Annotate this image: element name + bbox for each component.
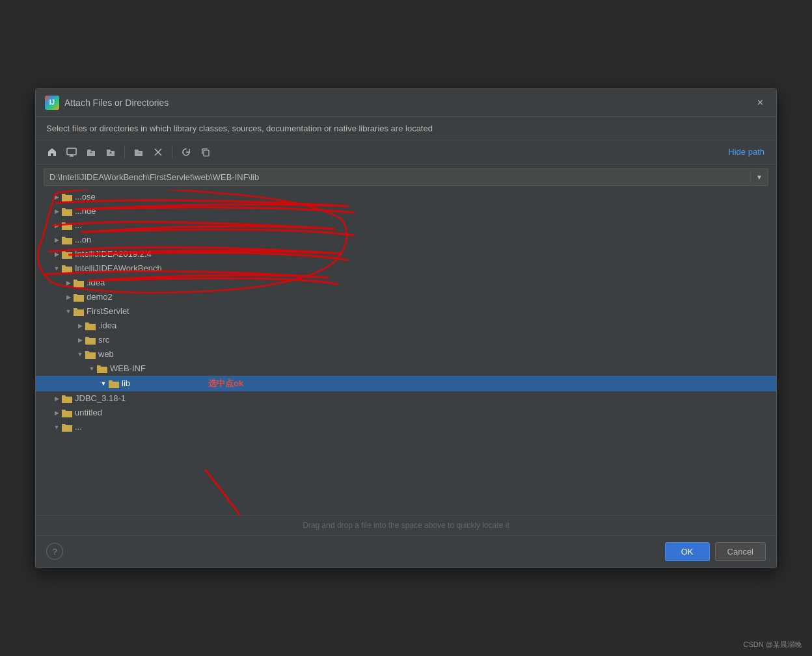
- item-label: ...on: [75, 235, 91, 244]
- folder-icon: [62, 220, 72, 231]
- folder-up-button[interactable]: [102, 144, 119, 160]
- dialog-title: Attach Files or Directories: [64, 98, 169, 108]
- watermark: CSDN @某晨溺晚: [744, 640, 802, 649]
- tree-item-scribbled-1[interactable]: ▶ ...ose: [36, 190, 776, 204]
- expand-icon: ▶: [63, 278, 74, 288]
- tree-item-demo2[interactable]: ▶ demo2: [36, 290, 776, 304]
- copy-path-button[interactable]: [197, 144, 214, 160]
- title-bar-left: IJ Attach Files or Directories: [45, 96, 169, 110]
- path-dropdown-button[interactable]: ▼: [750, 171, 768, 183]
- folder-icon: [109, 378, 119, 389]
- refresh-button[interactable]: [178, 144, 195, 160]
- folder-icon: [85, 349, 96, 360]
- bottom-bar: ? OK Cancel: [36, 535, 776, 568]
- expand-icon: ▼: [51, 263, 62, 274]
- folder-icon: [62, 206, 72, 216]
- tree-item-lib[interactable]: ▼ lib 选中点ok: [36, 376, 776, 391]
- expand-icon: ▼: [98, 378, 109, 389]
- ok-button[interactable]: OK: [665, 542, 710, 561]
- folder-icon: [62, 192, 72, 202]
- delete-button[interactable]: [150, 144, 167, 160]
- item-label: IntelliJIDEA2019.2.4: [75, 249, 152, 259]
- expand-icon: ▼: [75, 349, 85, 360]
- folder-icon: [62, 408, 72, 418]
- toolbar: + →: [36, 140, 776, 164]
- folder-icon: [62, 393, 72, 404]
- path-bar: ▼: [44, 168, 768, 186]
- item-label: web: [98, 349, 114, 359]
- expand-icon: ▶: [75, 335, 85, 345]
- item-label: demo2: [87, 292, 113, 302]
- folder-icon: [62, 263, 72, 274]
- expand-icon: ▶: [51, 393, 62, 404]
- svg-rect-7: [204, 150, 209, 156]
- help-button[interactable]: ?: [46, 543, 63, 560]
- item-label: WEB-INF: [110, 363, 146, 373]
- item-label: ...ose: [75, 192, 96, 202]
- tree-item-scribbled-3[interactable]: ▶ ...: [36, 218, 776, 233]
- item-label: .idea: [98, 321, 116, 330]
- tree-item-firstservlet[interactable]: ▼ FirstServlet: [36, 304, 776, 319]
- folder-icon: [85, 335, 96, 345]
- tree-item-scribbled-2[interactable]: ▶ ...nde: [36, 204, 776, 218]
- tree-item-jdbc[interactable]: ▶ JDBC_3.18-1: [36, 391, 776, 406]
- tree-item-untitled[interactable]: ▶ untitled: [36, 406, 776, 420]
- tree-item-idea[interactable]: ▶ .idea: [36, 276, 776, 290]
- expand-icon: ▼: [63, 306, 74, 317]
- item-label: IntelliJIDEAWorkBench: [75, 263, 162, 273]
- expand-icon: ▶: [51, 249, 62, 259]
- hide-path-button[interactable]: Hide path: [724, 146, 768, 158]
- folder-icon: [62, 235, 72, 245]
- tree-item-idea2019[interactable]: ▶ IntelliJIDEA2019.2.4: [36, 247, 776, 261]
- path-input[interactable]: [44, 169, 750, 185]
- folder-icon: [74, 292, 84, 302]
- file-tree[interactable]: ▶ ...ose ▶ ...nde ▶ ... ▶ ...on: [36, 190, 776, 515]
- toolbar-sep-2: [172, 146, 172, 158]
- item-label: FirstServlet: [87, 306, 129, 316]
- tree-item-src[interactable]: ▶ src: [36, 333, 776, 347]
- action-buttons: OK Cancel: [665, 542, 766, 561]
- expand-icon: ▼: [87, 363, 97, 374]
- folder-icon: [74, 306, 84, 317]
- attach-files-dialog: IJ Attach Files or Directories × Select …: [35, 88, 777, 568]
- svg-text:→: →: [136, 150, 142, 156]
- tree-item-webinf[interactable]: ▼ WEB-INF: [36, 361, 776, 376]
- tree-item-web[interactable]: ▼ web: [36, 347, 776, 361]
- folder-icon: [74, 278, 84, 288]
- tree-item-scribbled-4[interactable]: ▶ ...on: [36, 233, 776, 247]
- folder-icon: [97, 363, 107, 374]
- tree-item-firstservlet-idea[interactable]: ▶ .idea: [36, 319, 776, 333]
- tree-item-workbench[interactable]: ▼ IntelliJIDEAWorkBench: [36, 261, 776, 276]
- close-button[interactable]: ×: [753, 96, 767, 110]
- item-label: src: [98, 335, 109, 345]
- folder-icon: [85, 321, 96, 331]
- svg-text:+: +: [90, 150, 93, 155]
- expand-icon: ▶: [51, 206, 62, 216]
- folder-icon: [62, 249, 72, 259]
- expand-icon: ▶: [51, 408, 62, 418]
- toolbar-sep-1: [124, 146, 125, 158]
- new-folder-button[interactable]: +: [83, 144, 100, 160]
- dialog-subtitle: Select files or directories in which lib…: [36, 117, 776, 140]
- item-label: lib: [122, 378, 130, 388]
- expand-icon: ▶: [75, 321, 85, 331]
- expand-icon: ▶: [51, 235, 62, 245]
- item-label: JDBC_3.18-1: [75, 393, 126, 403]
- expand-icon: ▶: [51, 192, 62, 202]
- item-label: untitled: [75, 408, 102, 417]
- expand-icon: ▶: [63, 292, 74, 302]
- cancel-button[interactable]: Cancel: [715, 542, 766, 561]
- folder-icon: [62, 422, 72, 432]
- monitor-button[interactable]: [63, 144, 80, 160]
- item-label: ...: [75, 220, 82, 230]
- folder-link-button[interactable]: →: [130, 144, 147, 160]
- annotation-ok: 选中点ok: [208, 378, 243, 389]
- tree-item-more[interactable]: ▼ ...: [36, 420, 776, 434]
- drag-hint: Drag and drop a file into the space abov…: [36, 515, 776, 535]
- home-button[interactable]: [44, 144, 61, 160]
- title-bar: IJ Attach Files or Directories ×: [36, 89, 776, 117]
- item-label: ...: [75, 422, 82, 432]
- expand-icon: ▼: [51, 422, 62, 432]
- expand-icon: ▶: [51, 220, 62, 231]
- app-icon: IJ: [45, 96, 59, 110]
